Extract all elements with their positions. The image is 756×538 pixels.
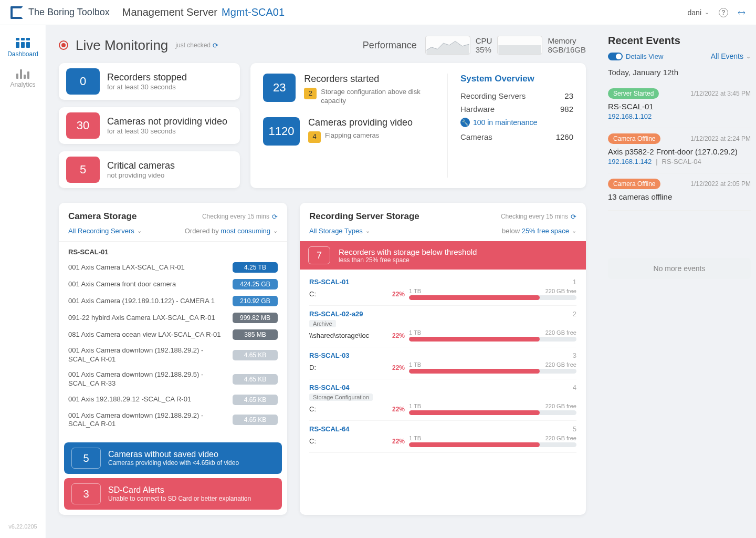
- breadcrumb-server[interactable]: Mgmt-SCA01: [222, 6, 285, 18]
- server-name: RS-SCAL-01: [309, 278, 350, 286]
- chevron-down-icon: ⌄: [273, 227, 278, 234]
- page-title: Live Monitoring: [76, 37, 168, 54]
- camera-storage-row[interactable]: 001 Axis Camera downtown (192.188.29.2) …: [68, 343, 278, 367]
- maintenance-link[interactable]: 🔧 100 in maintenance: [460, 118, 573, 127]
- analytics-icon: [16, 68, 29, 79]
- storage-size-badge: 4.65 KB: [233, 395, 278, 405]
- event-item[interactable]: Camera Offline1/12/2022 at 2:24 PMAxis p…: [608, 128, 751, 173]
- storage-server-item[interactable]: RS-SCAL-011C:22%1 TB220 GB free: [309, 274, 576, 306]
- stat-recorders-stopped[interactable]: 0 Recorders stopped for at least 30 seco…: [59, 63, 240, 100]
- event-time: 1/12/2022 at 2:05 PM: [690, 180, 751, 188]
- server-name: RS-SCAL-03: [309, 351, 350, 359]
- event-type-badge: Camera Offline: [608, 133, 660, 144]
- brand-text: The Boring Toolbox: [28, 7, 110, 18]
- chevron-down-icon: ⌄: [365, 227, 370, 234]
- recording-storage-panel: Recording Server Storage Checking every …: [300, 203, 586, 515]
- storage-size-badge: 424.25 GB: [233, 279, 278, 289]
- all-events-dropdown[interactable]: All Events⌄: [711, 52, 751, 60]
- event-title: Axis p3582-2 Front-door (127.0.29.2): [608, 147, 751, 156]
- camera-name: 001 Axis Camera downtown (192.188.29.2) …: [68, 346, 233, 364]
- performance-label: Performance: [363, 40, 417, 51]
- stat-critical-cameras[interactable]: 5 Critical cameras not providing video: [59, 151, 240, 188]
- sd-card-alerts[interactable]: 3 SD-Card Alerts Unable to connect to SD…: [64, 478, 282, 510]
- sidebar-item-label: Dashboard: [7, 50, 38, 58]
- user-menu[interactable]: dani ⌄: [688, 8, 709, 17]
- camera-name: 001 Axis Camera (192.189.10.122) - CAMER…: [68, 297, 233, 306]
- camera-name: 001 Axis Camera downtown (192.188.29.5) …: [68, 370, 233, 388]
- refresh-interval: Checking every 15 mins ⟳: [501, 213, 576, 221]
- server-name: RS-SCAL-02-a29: [309, 310, 363, 318]
- usage-bar: 1 TB220 GB free: [409, 329, 576, 342]
- event-subtitle: 192.168.1.142|RS-SCAL-04: [608, 158, 751, 165]
- chevron-down-icon: ⌄: [746, 53, 751, 60]
- sidebar-item-label: Analytics: [10, 81, 35, 88]
- camera-storage-row[interactable]: 001 Axis Camera downtown (192.188.29.2) …: [68, 408, 278, 432]
- header: The Boring Toolbox Management Server Mgm…: [0, 0, 756, 25]
- live-indicator-icon: [59, 40, 68, 50]
- storage-tag: Archive: [309, 320, 336, 327]
- usage-bar: 1 TB220 GB free: [409, 288, 576, 300]
- storage-type-dropdown[interactable]: All Storage Types⌄: [309, 227, 370, 235]
- camera-name: 081 Axis Camera ocean view LAX-SCAL_CA R…: [68, 330, 233, 339]
- server-index: 3: [573, 351, 576, 359]
- storage-tag: Storage Configuration: [309, 394, 373, 401]
- storage-server-item[interactable]: RS-SCAL-044Storage ConfigurationC:22%1 T…: [309, 379, 576, 421]
- storage-server-item[interactable]: RS-SCAL-02-a292Archive\\shared\storage\l…: [309, 306, 576, 347]
- event-time: 1/12/2022 at 3:45 PM: [690, 90, 751, 97]
- camera-storage-row[interactable]: 091-22 hybird Axis Camera LAX-SCAL_CA R-…: [68, 309, 278, 326]
- threshold-dropdown[interactable]: below 25% free space ⌄: [502, 227, 576, 235]
- cpu-metric: CPU 35%: [476, 36, 492, 54]
- usage-percent: 22%: [392, 291, 405, 298]
- chevron-down-icon: ⌄: [572, 227, 576, 234]
- stat-cameras-no-video[interactable]: 30 Cameras not providing video for at le…: [59, 107, 240, 144]
- camera-storage-row[interactable]: 001 Axis Camera (192.189.10.122) - CAMER…: [68, 293, 278, 309]
- help-icon[interactable]: ?: [719, 8, 728, 17]
- storage-server-item[interactable]: RS-SCAL-033D:22%1 TB220 GB free: [309, 347, 576, 379]
- server-name: RS-SCAL-04: [309, 384, 350, 391]
- server-filter-dropdown[interactable]: All Recording Servers⌄: [68, 227, 142, 235]
- event-time: 1/12/2022 at 2:24 PM: [690, 135, 751, 142]
- camera-storage-row[interactable]: 081 Axis Camera ocean view LAX-SCAL_CA R…: [68, 326, 278, 343]
- camera-storage-row[interactable]: 001 Axis 192.188.29.12 -SCAL_CA R-014.65…: [68, 391, 278, 408]
- refresh-interval: Checking every 15 mins ⟳: [202, 213, 278, 221]
- refresh-icon[interactable]: ⟳: [272, 213, 278, 221]
- event-type-badge: Server Started: [608, 88, 659, 99]
- server-index: 1: [573, 278, 576, 286]
- drive-label: \\shared\storage\loc: [309, 332, 388, 339]
- refresh-icon[interactable]: ⟳: [213, 42, 218, 49]
- refresh-icon[interactable]: ⟳: [571, 213, 576, 221]
- camera-storage-row[interactable]: 001 Axis Camera front door camera424.25 …: [68, 276, 278, 293]
- main-content: Live Monitoring just checked ⟳ Performan…: [46, 25, 598, 538]
- camera-storage-panel: Camera Storage Checking every 15 mins ⟳ …: [59, 203, 287, 515]
- camera-storage-row[interactable]: 001 Axis Camera LAX-SCAL_CA R-014.25 TB: [68, 259, 278, 276]
- stat-recorders-started[interactable]: 23 Recorders started 2 Storage configura…: [263, 74, 432, 106]
- sidebar-item-dashboard[interactable]: Dashboard: [0, 33, 46, 63]
- event-type-badge: Camera Offline: [608, 179, 660, 189]
- memory-sparkline: [497, 36, 542, 55]
- camera-storage-row[interactable]: 001 Axis Camera downtown (192.188.29.5) …: [68, 367, 278, 391]
- storage-size-badge: 4.25 TB: [233, 262, 278, 273]
- event-item[interactable]: Server Started1/12/2022 at 3:45 PMRS-SCA…: [608, 83, 751, 128]
- cameras-no-saved-video[interactable]: 5 Cameras without saved video Cameras pr…: [64, 442, 282, 474]
- camera-name: 001 Axis Camera LAX-SCAL_CA R-01: [68, 263, 233, 272]
- system-overview: System Overview Recording Servers23 Hard…: [447, 74, 573, 178]
- details-view-toggle[interactable]: Details View: [608, 53, 663, 60]
- event-item[interactable]: Camera Offline1/12/2022 at 2:05 PM13 cam…: [608, 173, 751, 211]
- toggle-switch-icon: [608, 53, 623, 60]
- server-name: RS-SCAL-64: [309, 425, 350, 433]
- camera-name: 001 Axis Camera front door camera: [68, 280, 233, 289]
- drive-label: C:: [309, 405, 388, 413]
- order-dropdown[interactable]: Ordered by most consuming ⌄: [185, 227, 278, 235]
- usage-percent: 22%: [392, 438, 405, 445]
- usage-percent: 22%: [392, 332, 405, 339]
- storage-size-badge: 4.65 KB: [233, 415, 278, 425]
- stat-cameras-providing[interactable]: 1120 Cameras providing video 4 Flapping …: [263, 117, 432, 146]
- events-date: Today, January 12th: [608, 68, 751, 77]
- user-name: dani: [688, 8, 701, 17]
- storage-size-badge: 385 MB: [233, 329, 278, 340]
- storage-server-item[interactable]: RS-SCAL-645C:22%1 TB220 GB free: [309, 421, 576, 453]
- expand-icon[interactable]: ⤢: [734, 5, 748, 19]
- breadcrumb: Management Server Mgmt-SCA01: [122, 6, 285, 18]
- memory-metric: Memory 8GB/16GB: [548, 36, 586, 54]
- sidebar-item-analytics[interactable]: Analytics: [0, 63, 46, 94]
